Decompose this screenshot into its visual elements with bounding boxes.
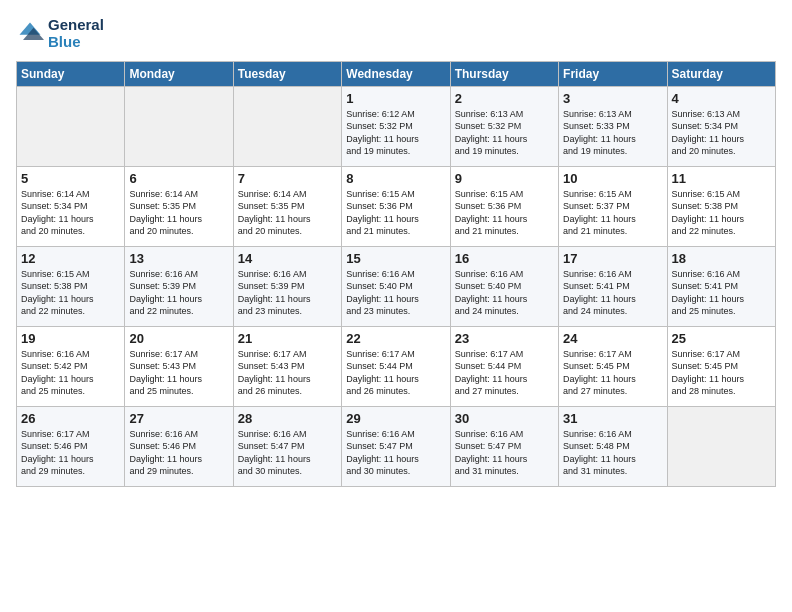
logo-icon: [16, 19, 44, 47]
dow-header-tuesday: Tuesday: [233, 61, 341, 86]
calendar-cell: 6Sunrise: 6:14 AM Sunset: 5:35 PM Daylig…: [125, 166, 233, 246]
calendar-cell: 8Sunrise: 6:15 AM Sunset: 5:36 PM Daylig…: [342, 166, 450, 246]
day-number: 17: [563, 251, 662, 266]
dow-header-friday: Friday: [559, 61, 667, 86]
day-number: 2: [455, 91, 554, 106]
day-info: Sunrise: 6:17 AM Sunset: 5:45 PM Dayligh…: [563, 348, 662, 398]
calendar-cell: [125, 86, 233, 166]
day-number: 5: [21, 171, 120, 186]
day-info: Sunrise: 6:16 AM Sunset: 5:47 PM Dayligh…: [455, 428, 554, 478]
calendar-cell: 23Sunrise: 6:17 AM Sunset: 5:44 PM Dayli…: [450, 326, 558, 406]
day-info: Sunrise: 6:17 AM Sunset: 5:45 PM Dayligh…: [672, 348, 771, 398]
day-info: Sunrise: 6:16 AM Sunset: 5:41 PM Dayligh…: [672, 268, 771, 318]
calendar-cell: 1Sunrise: 6:12 AM Sunset: 5:32 PM Daylig…: [342, 86, 450, 166]
day-info: Sunrise: 6:17 AM Sunset: 5:44 PM Dayligh…: [346, 348, 445, 398]
calendar-cell: 5Sunrise: 6:14 AM Sunset: 5:34 PM Daylig…: [17, 166, 125, 246]
day-info: Sunrise: 6:15 AM Sunset: 5:36 PM Dayligh…: [455, 188, 554, 238]
day-number: 18: [672, 251, 771, 266]
calendar-cell: 11Sunrise: 6:15 AM Sunset: 5:38 PM Dayli…: [667, 166, 775, 246]
day-info: Sunrise: 6:16 AM Sunset: 5:41 PM Dayligh…: [563, 268, 662, 318]
dow-header-thursday: Thursday: [450, 61, 558, 86]
day-info: Sunrise: 6:17 AM Sunset: 5:43 PM Dayligh…: [238, 348, 337, 398]
day-number: 27: [129, 411, 228, 426]
calendar-cell: 10Sunrise: 6:15 AM Sunset: 5:37 PM Dayli…: [559, 166, 667, 246]
day-info: Sunrise: 6:14 AM Sunset: 5:35 PM Dayligh…: [129, 188, 228, 238]
dow-header-wednesday: Wednesday: [342, 61, 450, 86]
day-info: Sunrise: 6:16 AM Sunset: 5:39 PM Dayligh…: [238, 268, 337, 318]
calendar-cell: 24Sunrise: 6:17 AM Sunset: 5:45 PM Dayli…: [559, 326, 667, 406]
day-info: Sunrise: 6:16 AM Sunset: 5:39 PM Dayligh…: [129, 268, 228, 318]
logo: General Blue: [16, 16, 104, 51]
calendar-cell: 12Sunrise: 6:15 AM Sunset: 5:38 PM Dayli…: [17, 246, 125, 326]
page-header: General Blue: [16, 16, 776, 51]
day-number: 8: [346, 171, 445, 186]
day-number: 10: [563, 171, 662, 186]
day-info: Sunrise: 6:15 AM Sunset: 5:38 PM Dayligh…: [21, 268, 120, 318]
day-number: 11: [672, 171, 771, 186]
page-container: General Blue SundayMondayTuesdayWednesda…: [0, 0, 792, 495]
day-number: 12: [21, 251, 120, 266]
day-info: Sunrise: 6:16 AM Sunset: 5:40 PM Dayligh…: [455, 268, 554, 318]
calendar-cell: 30Sunrise: 6:16 AM Sunset: 5:47 PM Dayli…: [450, 406, 558, 486]
day-number: 9: [455, 171, 554, 186]
day-info: Sunrise: 6:13 AM Sunset: 5:32 PM Dayligh…: [455, 108, 554, 158]
day-number: 4: [672, 91, 771, 106]
day-number: 13: [129, 251, 228, 266]
logo-text: General Blue: [48, 16, 104, 51]
calendar-cell: 25Sunrise: 6:17 AM Sunset: 5:45 PM Dayli…: [667, 326, 775, 406]
day-info: Sunrise: 6:15 AM Sunset: 5:38 PM Dayligh…: [672, 188, 771, 238]
calendar-cell: [17, 86, 125, 166]
calendar-cell: 20Sunrise: 6:17 AM Sunset: 5:43 PM Dayli…: [125, 326, 233, 406]
day-number: 19: [21, 331, 120, 346]
day-number: 28: [238, 411, 337, 426]
day-info: Sunrise: 6:16 AM Sunset: 5:48 PM Dayligh…: [563, 428, 662, 478]
day-info: Sunrise: 6:15 AM Sunset: 5:36 PM Dayligh…: [346, 188, 445, 238]
calendar-cell: 13Sunrise: 6:16 AM Sunset: 5:39 PM Dayli…: [125, 246, 233, 326]
day-number: 29: [346, 411, 445, 426]
day-info: Sunrise: 6:16 AM Sunset: 5:47 PM Dayligh…: [346, 428, 445, 478]
day-number: 31: [563, 411, 662, 426]
day-number: 23: [455, 331, 554, 346]
day-number: 1: [346, 91, 445, 106]
day-number: 30: [455, 411, 554, 426]
day-number: 14: [238, 251, 337, 266]
calendar-cell: 3Sunrise: 6:13 AM Sunset: 5:33 PM Daylig…: [559, 86, 667, 166]
day-info: Sunrise: 6:14 AM Sunset: 5:35 PM Dayligh…: [238, 188, 337, 238]
dow-header-saturday: Saturday: [667, 61, 775, 86]
calendar-cell: 14Sunrise: 6:16 AM Sunset: 5:39 PM Dayli…: [233, 246, 341, 326]
day-info: Sunrise: 6:17 AM Sunset: 5:44 PM Dayligh…: [455, 348, 554, 398]
calendar-cell: [233, 86, 341, 166]
day-info: Sunrise: 6:16 AM Sunset: 5:46 PM Dayligh…: [129, 428, 228, 478]
day-number: 24: [563, 331, 662, 346]
day-info: Sunrise: 6:13 AM Sunset: 5:33 PM Dayligh…: [563, 108, 662, 158]
day-number: 16: [455, 251, 554, 266]
day-info: Sunrise: 6:17 AM Sunset: 5:46 PM Dayligh…: [21, 428, 120, 478]
dow-header-monday: Monday: [125, 61, 233, 86]
calendar-cell: 27Sunrise: 6:16 AM Sunset: 5:46 PM Dayli…: [125, 406, 233, 486]
calendar-cell: 18Sunrise: 6:16 AM Sunset: 5:41 PM Dayli…: [667, 246, 775, 326]
calendar-cell: 29Sunrise: 6:16 AM Sunset: 5:47 PM Dayli…: [342, 406, 450, 486]
calendar-cell: 4Sunrise: 6:13 AM Sunset: 5:34 PM Daylig…: [667, 86, 775, 166]
day-info: Sunrise: 6:16 AM Sunset: 5:47 PM Dayligh…: [238, 428, 337, 478]
day-info: Sunrise: 6:16 AM Sunset: 5:40 PM Dayligh…: [346, 268, 445, 318]
day-info: Sunrise: 6:13 AM Sunset: 5:34 PM Dayligh…: [672, 108, 771, 158]
calendar-cell: 7Sunrise: 6:14 AM Sunset: 5:35 PM Daylig…: [233, 166, 341, 246]
calendar-cell: 21Sunrise: 6:17 AM Sunset: 5:43 PM Dayli…: [233, 326, 341, 406]
calendar-cell: 16Sunrise: 6:16 AM Sunset: 5:40 PM Dayli…: [450, 246, 558, 326]
day-number: 22: [346, 331, 445, 346]
day-number: 20: [129, 331, 228, 346]
day-info: Sunrise: 6:12 AM Sunset: 5:32 PM Dayligh…: [346, 108, 445, 158]
day-number: 7: [238, 171, 337, 186]
calendar-cell: 31Sunrise: 6:16 AM Sunset: 5:48 PM Dayli…: [559, 406, 667, 486]
calendar-cell: 9Sunrise: 6:15 AM Sunset: 5:36 PM Daylig…: [450, 166, 558, 246]
day-info: Sunrise: 6:14 AM Sunset: 5:34 PM Dayligh…: [21, 188, 120, 238]
dow-header-sunday: Sunday: [17, 61, 125, 86]
day-number: 6: [129, 171, 228, 186]
calendar-cell: 2Sunrise: 6:13 AM Sunset: 5:32 PM Daylig…: [450, 86, 558, 166]
calendar-table: SundayMondayTuesdayWednesdayThursdayFrid…: [16, 61, 776, 487]
day-number: 25: [672, 331, 771, 346]
calendar-cell: 28Sunrise: 6:16 AM Sunset: 5:47 PM Dayli…: [233, 406, 341, 486]
day-info: Sunrise: 6:15 AM Sunset: 5:37 PM Dayligh…: [563, 188, 662, 238]
calendar-cell: 26Sunrise: 6:17 AM Sunset: 5:46 PM Dayli…: [17, 406, 125, 486]
calendar-cell: 19Sunrise: 6:16 AM Sunset: 5:42 PM Dayli…: [17, 326, 125, 406]
